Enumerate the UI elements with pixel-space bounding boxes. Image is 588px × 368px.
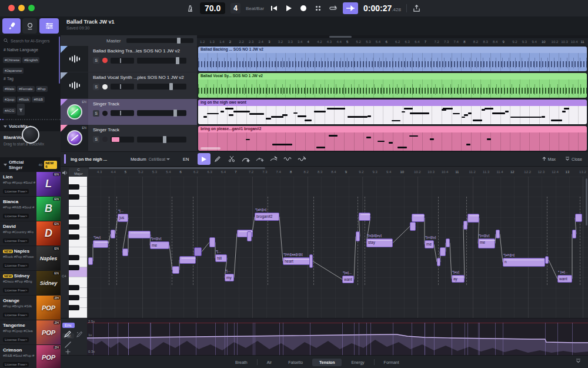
piano-black-key[interactable] [69,285,79,290]
note[interactable]: ~~~~~~ [467,214,479,223]
license-chip[interactable]: License Free> [3,214,29,218]
piano-roll[interactable]: C Major 4.34.455.25.35.466.26.36.477.27.… [61,167,588,318]
note[interactable]: ~~~~~~~ [412,214,425,222]
time-signature-display[interactable]: 4 [230,3,240,14]
note[interactable]: hill*[... [215,254,227,262]
pan-slider[interactable] [111,58,134,64]
grid-mode-icon[interactable] [313,4,323,13]
piano-keyboard[interactable] [69,177,87,318]
volume-slider[interactable] [137,58,186,64]
license-chip[interactable]: License Free> [3,238,29,243]
track-row[interactable]: ENSinger TrackS [61,99,197,125]
license-chip[interactable]: License Free> [3,263,29,268]
tag-chip[interactable]: #Jpop [3,97,16,102]
blankvoice-card[interactable]: BlankVoice Drag to start a VoiceMix [0,131,61,157]
add-parameter-icon[interactable] [65,349,71,354]
note[interactable]: ~~~~~~ [359,213,370,221]
note[interactable]: want*[w]... [342,276,354,283]
note[interactable]: ~~~~~~~~~~~~~~~~~~n*[eh][n] [503,258,545,267]
note[interactable]: me*[m][iy] [425,240,434,248]
editing-clip-name[interactable]: ing on the nigh ... [71,157,122,162]
note[interactable]: ~~~~~~~ay*[ey] [452,275,465,283]
note[interactable] [88,257,93,265]
note[interactable] [463,221,467,230]
piano-roll-vscrollbar[interactable] [586,178,587,226]
pan-slider[interactable] [111,84,134,89]
piano-black-key[interactable] [69,265,79,270]
note[interactable]: ~~~~~~~~~~~~~~~heart*[hh][aa][r][t] [283,257,310,265]
mute-record-dot[interactable] [102,84,108,89]
tag-chip[interactable]: #Pop [36,86,48,92]
parameter-tab-tension[interactable]: Tension [312,359,342,366]
note-canvas[interactable]: ~~~~~~~~*[ay]jus*[...~~~~~~~~~~~~me*[m][… [87,177,588,318]
arrangement-ruler[interactable]: 1.21.31.422.22.32.433.23.33.444.24.34.45… [197,38,588,47]
note[interactable] [437,258,440,266]
envelope-area[interactable]: 2.5x 1x 0.3x [87,319,588,356]
metronome-icon[interactable] [185,4,195,13]
pan-slider[interactable] [111,110,134,116]
follow-playhead-button[interactable] [343,2,358,14]
parameter-tab-falsetto[interactable]: Falsetto [281,359,310,366]
note[interactable]: my*[... [225,274,234,281]
mute-record-dot[interactable] [102,58,108,63]
filter-button[interactable] [17,104,25,115]
note[interactable] [572,230,576,238]
parameter-tab-breath[interactable]: Breath [228,359,255,366]
note[interactable] [247,231,252,241]
mixer-settings-button[interactable] [39,18,59,34]
license-chip[interactable]: License Free> [3,189,29,194]
pointer-tool-button[interactable] [198,153,211,165]
note[interactable] [209,237,215,247]
piano-roll-ruler[interactable]: 4.34.455.25.35.466.26.36.477.27.37.488.2… [87,170,588,177]
vocal-mode-button[interactable] [22,18,37,34]
singer-card[interactable]: Orange#Pop #Bright #SilkLicense Free>POP… [0,296,61,320]
clip-singer-track-2[interactable]: bring on please...gan#1 brogan#2 [198,126,587,151]
note[interactable]: brogan#2*[ah][n] [255,213,279,221]
singer-card[interactable]: Crimson#R&B #Soul #Pop #License Free>POP… [0,345,61,368]
singer-card[interactable]: Lien#Pop #Kpop #Soul #License Free>LEN [0,172,61,197]
note[interactable]: ~~~~~~~~~~~~ [128,231,151,238]
export-icon[interactable] [412,4,422,13]
volume-slider[interactable] [137,137,186,142]
pitch-anchor-tool-button[interactable] [253,153,267,165]
piano-black-key[interactable] [69,295,79,300]
piano-black-key[interactable] [69,214,79,220]
official-singer-section-header[interactable]: Official Singer 40 NEW 6 [0,158,61,172]
quality-selector[interactable]: Medium [131,157,146,162]
pitch-erase-tool-button[interactable] [267,153,281,165]
tag-chip[interactable]: #Female [17,86,34,92]
vibrato-tool-button[interactable] [281,153,295,165]
minimize-window-button[interactable] [18,5,25,11]
language-tag-chip[interactable]: #English [22,57,39,63]
note[interactable]: ~~~~~~~~~me*[m][iy] [478,238,495,248]
pitch-curve-tool-button[interactable] [239,153,253,165]
mute-record-dot[interactable] [102,137,108,142]
anchor-draw-tool-icon[interactable] [76,330,83,338]
license-chip[interactable]: License Free> [3,337,29,342]
arrangement-area[interactable]: 1.21.31.422.22.32.433.23.33.444.24.34.45… [197,35,588,151]
lyric-language-selector[interactable]: EN [183,157,189,162]
note[interactable]: ~~~~~~~~~ [179,256,196,264]
parameter-tab-formant[interactable]: Formant [377,359,406,366]
pan-slider[interactable] [111,137,134,142]
license-chip[interactable]: License Free> [3,362,29,367]
skip-to-start-button[interactable] [269,4,279,13]
note[interactable]: ~~~~~~~~*[ay] [93,240,108,248]
tag-chip[interactable]: #Rock [17,97,31,102]
note[interactable] [575,214,582,222]
speaker-icon[interactable] [62,170,68,176]
note[interactable] [440,247,446,256]
note[interactable]: want* [w]... [557,275,572,283]
track-row[interactable]: ENSinger TrackS [61,125,197,151]
clip-singer-track-1[interactable]: ing on the nigh owe wont [198,100,587,124]
note[interactable] [194,247,202,256]
line-tool-icon[interactable] [64,341,72,349]
piano-black-key[interactable] [69,194,79,200]
singer-card[interactable]: Bianca#Pop #R&B #Soul #License Free>BEN [0,197,61,221]
close-editor-button[interactable]: Close [565,157,582,161]
track-row[interactable]: Ballad Backing Tra...les SOS NO 1 JW v2S [61,46,197,72]
license-chip[interactable]: License Free> [3,288,29,293]
piano-black-key[interactable] [69,224,79,230]
singer-library-button[interactable] [2,18,21,34]
scissors-tool-button[interactable] [225,153,239,165]
